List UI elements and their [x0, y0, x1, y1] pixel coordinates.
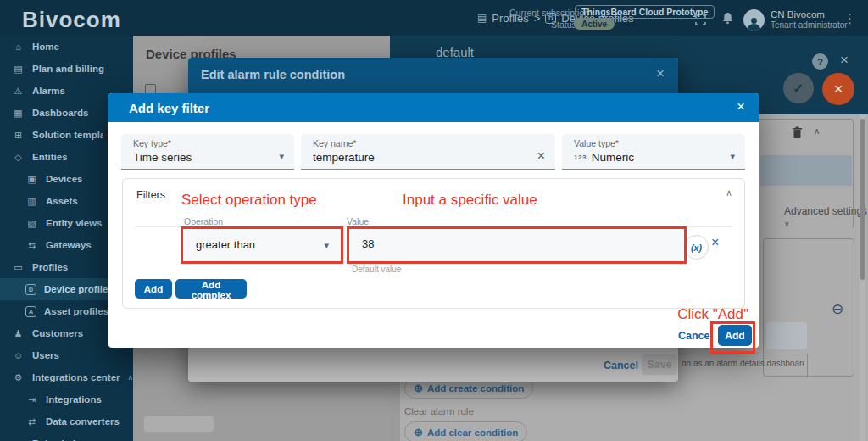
edit-dialog-header: Edit alarm rule condition × — [188, 58, 678, 93]
annotation-input-value: Input a specific value — [403, 192, 537, 209]
status-label: Status — [551, 20, 576, 30]
annotation-click-add: Click "Add" — [677, 306, 748, 323]
help-icon[interactable]: ? — [812, 53, 828, 70]
notifications-bell-icon[interactable] — [722, 12, 733, 28]
value-type-label: Value type* — [574, 138, 619, 148]
integrations-icon: ⇥ — [25, 394, 38, 405]
sidebar-item-integrations-center[interactable]: ⚙Integrations center∧ — [0, 366, 133, 388]
add-filter-button[interactable]: Add — [135, 279, 172, 299]
fab-close-icon: × — [833, 80, 843, 98]
apply-changes-fab[interactable]: ✓ — [783, 73, 814, 103]
remove-condition-icon[interactable]: ⊖ — [832, 300, 843, 318]
edit-dialog-cancel-button[interactable]: Cancel — [604, 360, 638, 371]
clear-icon[interactable]: × — [537, 148, 545, 164]
integrations-center-icon: ⚙ — [12, 372, 25, 383]
numeric-123-icon: 123 — [574, 154, 587, 161]
profiles-breadcrumb-icon: ▤ — [477, 12, 487, 24]
scrollbar-thumb[interactable] — [860, 119, 865, 280]
annotation-box-value — [347, 226, 687, 264]
modal-close-icon[interactable]: × — [737, 98, 745, 115]
table-row-fragment — [144, 416, 214, 432]
kebab-menu-icon[interactable]: ⋮ — [843, 11, 856, 26]
delete-alarm-rule-icon[interactable] — [792, 126, 803, 142]
billing-icon: ▤ — [12, 64, 25, 75]
delete-filter-icon[interactable]: × — [711, 235, 719, 250]
subscription-badge[interactable]: ThingsBoard Cloud Prototype — [575, 5, 715, 19]
filters-collapse-icon[interactable]: ∧ — [726, 187, 732, 198]
alarm-warning-icon: ⚠ — [12, 86, 25, 97]
value-type-select[interactable]: Value type* 123Numeric ▾ — [562, 134, 745, 170]
data-converters-icon: ⇄ — [25, 416, 38, 427]
home-icon: ⌂ — [12, 42, 25, 52]
edit-dialog-close-icon[interactable]: × — [656, 65, 665, 82]
filters-title: Filters — [136, 189, 165, 201]
entity-views-icon: ▧ — [25, 218, 38, 229]
chevron-down-icon: ▾ — [730, 151, 735, 162]
profiles-icon: ▭ — [12, 262, 25, 273]
key-name-label: Key name* — [313, 138, 356, 148]
annotation-select-operation: Select operation type — [181, 192, 317, 209]
filters-card: Filters ∧ Select operation type Input a … — [122, 178, 745, 309]
sidebar-item-home[interactable]: ⌂Home — [0, 36, 133, 58]
edit-dialog-footer: Cancel Save — [188, 348, 678, 382]
modal-cancel-button[interactable]: Cancel — [678, 330, 713, 342]
user-role: Tenant administrator — [771, 20, 848, 30]
chevron-down-icon: ▾ — [279, 151, 284, 162]
edit-dialog-title: Edit alarm rule condition — [201, 68, 345, 81]
modal-header: Add key filter × — [108, 93, 759, 122]
status-badge: Active — [574, 18, 615, 30]
users-icon: ☺ — [12, 350, 25, 360]
divider — [678, 354, 807, 354]
key-type-label: Key type* — [133, 138, 171, 148]
user-name: CN Bivocom — [771, 9, 825, 20]
sidebar-item-data-converters[interactable]: ⇄Data converters — [0, 410, 133, 433]
clear-alarm-rule-label: Clear alarm rule — [404, 406, 474, 416]
rule-chains-icon: ∴ — [12, 438, 25, 441]
gateways-icon: ⇆ — [25, 240, 38, 251]
advanced-settings-toggle[interactable]: Advanced settings ∨ — [784, 205, 868, 229]
divider — [807, 354, 808, 377]
customers-icon: ♟ — [12, 328, 25, 339]
default-value-hint: Default value — [352, 265, 401, 274]
app-logo[interactable]: Bivocom — [22, 7, 121, 33]
severity-field-fragment[interactable] — [760, 155, 852, 186]
dashboards-icon: ▦ — [12, 108, 25, 119]
plus-circle-icon: ⊕ — [414, 382, 423, 394]
add-complex-filter-button[interactable]: Add complex — [175, 279, 247, 299]
chevron-up-icon: ∧ — [128, 373, 134, 382]
add-create-condition-label: Add create condition — [427, 383, 524, 394]
dashboard-select-fragment[interactable] — [766, 322, 807, 349]
advanced-chevron-icon: ∨ — [784, 220, 790, 228]
add-clear-condition-label: Add clear condition — [427, 427, 518, 438]
sidebar-item-plan-and-billing[interactable]: ▤Plan and billing — [0, 58, 133, 80]
sidebar-item-rule-chains[interactable]: ∴Rule chains — [0, 433, 133, 441]
sidebar-item-integrations[interactable]: ⇥Integrations — [0, 388, 133, 410]
key-type-value: Time series — [133, 151, 192, 164]
dynamic-value-fx-button[interactable]: (x) — [684, 235, 709, 260]
modal-title: Add key filter — [129, 101, 209, 115]
key-name-field[interactable]: Key name* temperature × — [301, 134, 555, 170]
value-type-value: Numeric — [592, 151, 634, 164]
templates-grid-icon: ⊞ — [12, 130, 25, 141]
annotation-box-add — [710, 321, 755, 354]
key-type-select[interactable]: Key type* Time series ▾ — [121, 134, 294, 170]
collapse-rule-icon[interactable]: ∧ — [814, 126, 820, 136]
annotation-box-operation — [181, 226, 343, 264]
edit-dialog-save-button[interactable]: Save — [642, 354, 677, 375]
assets-icon: ▥ — [25, 196, 38, 207]
asset-profile-badge-icon: A — [25, 306, 36, 317]
alarm-dashboard-hint: on as an alarm details dashboard — [682, 359, 804, 368]
fullscreen-icon[interactable] — [695, 14, 706, 29]
avatar[interactable] — [743, 9, 765, 31]
plus-circle-icon: ⊕ — [414, 426, 423, 438]
operation-column-label: Operation — [184, 216, 223, 226]
cancel-changes-fab[interactable]: × — [822, 73, 854, 105]
add-clear-condition-button[interactable]: ⊕Add clear condition — [404, 421, 527, 441]
add-key-filter-modal: Add key filter × Key type* Time series ▾… — [108, 93, 759, 348]
key-name-value: temperature — [313, 151, 375, 164]
value-column-label: Value — [347, 216, 369, 226]
device-profile-badge-icon: D — [25, 284, 36, 295]
devices-icon: ▣ — [25, 174, 38, 185]
advanced-settings-label: Advanced settings — [784, 205, 867, 217]
detail-close-icon[interactable]: × — [840, 52, 849, 69]
